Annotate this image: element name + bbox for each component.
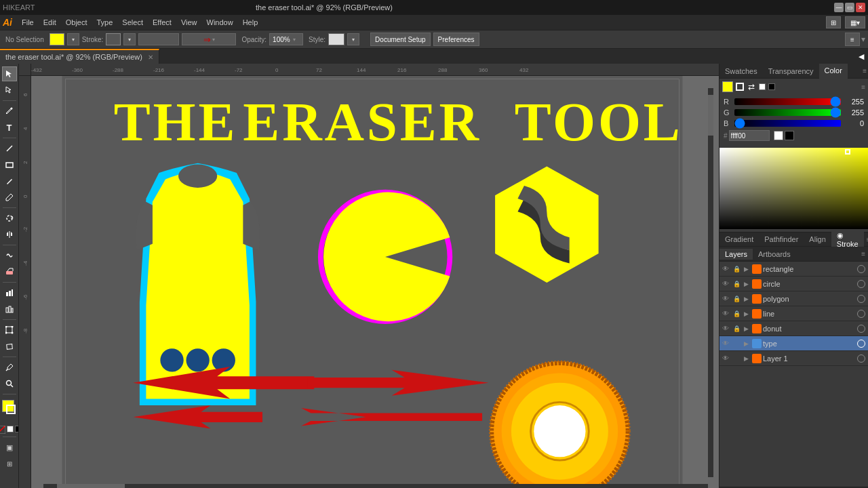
layer-row-line[interactable]: 👁 🔒 ▶ line (719, 306, 868, 321)
preferences-button[interactable]: Preferences (433, 33, 479, 46)
arrangement-icon[interactable]: ⊞ (826, 16, 841, 28)
toolbar-options-icon[interactable]: ▾ (861, 35, 865, 44)
layer-row-polygon[interactable]: 👁 🔒 ▶ polygon (719, 291, 868, 306)
change-screen-mode[interactable]: ⊞ (2, 456, 17, 471)
layer-visibility-icon[interactable]: 👁 (722, 295, 732, 302)
layer-lock-icon[interactable]: 🔒 (733, 266, 743, 272)
opacity-control[interactable]: 100% ▾ (269, 33, 303, 45)
document-tab[interactable]: the eraser tool.ai* @ 92% (RGB/Preview) … (0, 49, 159, 64)
free-transform-tool[interactable] (2, 339, 17, 354)
layer-circle-icon[interactable] (857, 280, 865, 288)
transform-tool[interactable] (2, 323, 17, 338)
layer-expand-icon[interactable]: ▶ (744, 296, 751, 302)
layer-expand-icon[interactable]: ▶ (744, 325, 751, 332)
layer-row-donut[interactable]: 👁 🔒 ▶ donut (719, 321, 868, 336)
panel-toggle[interactable]: ≡ (845, 33, 860, 46)
layer-lock-icon[interactable]: 🔒 (733, 281, 743, 287)
stroke-weight[interactable] (138, 33, 179, 45)
tab-artboards[interactable]: Artboards (753, 249, 796, 260)
black-swatch-small[interactable] (785, 131, 794, 140)
direct-selection-tool[interactable] (2, 83, 17, 98)
menu-object[interactable]: Object (62, 17, 92, 28)
mirror-tool[interactable] (2, 227, 17, 242)
rotate-tool[interactable] (2, 211, 17, 226)
layer-visibility-icon[interactable]: 👁 (722, 310, 732, 317)
layer-circle-icon[interactable] (857, 354, 865, 363)
fill-color-swatch[interactable] (50, 33, 64, 45)
variable-width-profile[interactable]: ⇒ ▾ (182, 33, 236, 45)
white-swatch[interactable] (7, 426, 14, 432)
tab-swatches[interactable]: Swatches (719, 64, 763, 79)
line-tool[interactable] (2, 141, 17, 156)
eraser-tool[interactable] (2, 264, 17, 279)
paintbrush-tool[interactable] (2, 174, 17, 188)
menu-file[interactable]: File (18, 17, 38, 28)
layer-circle-icon[interactable] (857, 295, 865, 303)
column-graph-tool[interactable] (2, 302, 17, 317)
g-slider[interactable] (734, 109, 841, 116)
minimize-button[interactable]: — (834, 3, 844, 12)
menu-help[interactable]: Help (239, 17, 262, 28)
type-tool[interactable]: T (2, 120, 17, 135)
screen-mode-btn[interactable]: ▦▾ (845, 16, 865, 28)
fill-indicator[interactable] (722, 81, 733, 92)
layer-row-rectangle[interactable]: 👁 🔒 ▶ rectangle (719, 262, 868, 277)
layer-circle-icon[interactable] (857, 310, 865, 318)
tab-layers[interactable]: Layers (719, 249, 753, 260)
horizontal-scrollbar-thumb[interactable] (57, 484, 125, 488)
color-gradient-picker[interactable] (719, 148, 868, 229)
stroke-options[interactable]: ▾ (123, 33, 136, 45)
fill-options[interactable]: ▾ (67, 33, 79, 45)
tab-align[interactable]: Align (804, 234, 831, 245)
swap-colors-icon[interactable]: ⇄ (748, 82, 755, 92)
layer-lock-icon[interactable]: 🔒 (733, 310, 743, 317)
vertical-scrollbar[interactable] (708, 88, 713, 477)
menu-window[interactable]: Window (203, 17, 237, 28)
layer-lock-icon[interactable]: 🔒 (733, 355, 743, 362)
pen-tool[interactable] (2, 104, 17, 119)
layer-circle-icon[interactable] (857, 265, 865, 273)
layer-expand-icon[interactable]: ▶ (744, 310, 751, 317)
layer-row-circle[interactable]: 👁 🔒 ▶ circle (719, 277, 868, 291)
selection-tool[interactable] (2, 66, 17, 81)
layer-expand-icon[interactable]: ▶ (744, 281, 751, 287)
tab-transparency[interactable]: Transparency (763, 64, 819, 79)
menu-edit[interactable]: Edit (39, 17, 60, 28)
rectangle-tool[interactable] (2, 157, 17, 172)
menu-effect[interactable]: Effect (149, 17, 176, 28)
layer-visibility-icon[interactable]: 👁 (722, 340, 732, 347)
zoom-tool[interactable] (2, 376, 17, 391)
layer-lock-icon[interactable]: 🔒 (733, 340, 743, 347)
layer-visibility-icon[interactable]: 👁 (722, 354, 732, 362)
layer-lock-icon[interactable]: 🔒 (733, 325, 743, 332)
eyedropper-tool[interactable] (2, 360, 17, 375)
graph-tool[interactable] (2, 285, 17, 300)
vertical-scrollbar-thumb[interactable] (708, 95, 713, 136)
none-swatch[interactable] (0, 426, 5, 434)
r-slider[interactable] (734, 98, 841, 105)
layer-visibility-icon[interactable]: 👁 (722, 280, 732, 287)
white-default-icon[interactable] (759, 83, 766, 90)
bottom-panel-options[interactable]: ≡ (864, 236, 868, 243)
pencil-tool[interactable] (2, 190, 17, 205)
menu-type[interactable]: Type (93, 17, 117, 28)
color-spectrum-icon[interactable]: ≡ (861, 83, 865, 91)
maximize-button[interactable]: ▭ (845, 3, 854, 12)
stroke-color-swatch[interactable] (106, 33, 121, 45)
panel-collapse-btn[interactable]: ◀ (854, 49, 868, 64)
b-slider[interactable] (734, 120, 841, 127)
warp-tool[interactable] (2, 248, 17, 263)
style-swatch[interactable] (328, 33, 344, 45)
stroke-indicator[interactable] (736, 83, 744, 91)
document-setup-button[interactable]: Document Setup (370, 33, 431, 46)
layers-panel-options[interactable]: ≡ (859, 250, 868, 258)
tab-pathfinder[interactable]: Pathfinder (759, 234, 804, 245)
hex-input[interactable] (729, 130, 770, 141)
close-button[interactable]: ✕ (856, 3, 865, 12)
layer-expand-icon[interactable]: ▶ (744, 266, 751, 272)
style-options[interactable]: ▾ (347, 33, 359, 45)
screen-mode-button[interactable]: ▣ (2, 440, 17, 455)
layer-visibility-icon[interactable]: 👁 (722, 325, 732, 332)
horizontal-scrollbar[interactable] (43, 484, 708, 488)
panel-options-icon[interactable]: ≡ (861, 67, 868, 75)
